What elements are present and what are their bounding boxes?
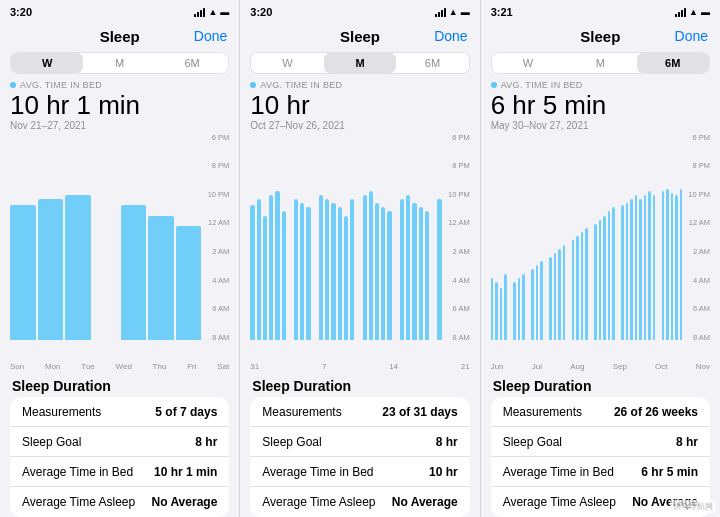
chart-bar (545, 133, 548, 340)
signal-icon (194, 8, 205, 17)
stat-label: Average Time Asleep (503, 495, 616, 509)
chart-y-label: 8 PM (445, 161, 470, 170)
chart-bar (536, 133, 539, 340)
stat-label: Measurements (503, 405, 582, 419)
chart-bar (425, 133, 429, 340)
avg-date-range: Nov 21–27, 2021 (10, 120, 229, 131)
chart-bar (603, 133, 606, 340)
chart-y-labels: 6 PM8 PM10 PM12 AM2 AM4 AM6 AM8 AM (201, 133, 229, 342)
chart-bar (504, 133, 507, 340)
chart-bar (319, 133, 323, 340)
chart-x-label: Wed (116, 362, 132, 374)
chart-bar (331, 133, 335, 340)
chart-x-label: Nov (696, 362, 710, 374)
section-title: Sleep Duration (481, 374, 720, 397)
panels-wrapper: 3:20 ▲ ▬ Sleep Done WM6M AVG. TIME IN BE… (0, 0, 720, 517)
chart-bar (572, 133, 575, 340)
chart-y-label: 6 AM (445, 304, 470, 313)
avg-value: 10 hr 1 min (10, 91, 229, 120)
chart-bars (250, 133, 441, 342)
chart-y-label: 2 AM (685, 247, 710, 256)
tab-w[interactable]: W (492, 53, 564, 73)
stat-row: Sleep Goal 8 hr (250, 427, 469, 457)
stat-value: No Average (152, 495, 218, 509)
watermark: 快马导航网 (670, 500, 716, 513)
chart-y-label: 4 AM (204, 276, 229, 285)
chart-bar (65, 133, 91, 340)
chart-bar (350, 133, 354, 340)
chart-bar (437, 133, 441, 340)
chart-bar (563, 133, 566, 340)
status-time: 3:21 (491, 6, 513, 18)
avg-value: 10 hr (250, 91, 469, 120)
tab-m[interactable]: M (83, 53, 155, 73)
chart-bar (394, 133, 398, 340)
stat-label: Sleep Goal (503, 435, 562, 449)
chart-bar (554, 133, 557, 340)
tab-m[interactable]: M (564, 53, 636, 73)
chart-bar (381, 133, 385, 340)
tab-6m[interactable]: 6M (396, 53, 468, 73)
chart-x-label: Thu (153, 362, 167, 374)
tab-bar: WM6M (10, 52, 229, 74)
chart-y-label: 4 AM (445, 276, 470, 285)
chart-bars (10, 133, 201, 342)
avg-label: AVG. TIME IN BED (10, 80, 229, 90)
tab-m[interactable]: M (324, 53, 396, 73)
tab-6m[interactable]: 6M (637, 53, 709, 73)
chart-bar (387, 133, 391, 340)
tab-6m[interactable]: 6M (156, 53, 228, 73)
stat-value: 8 hr (436, 435, 458, 449)
avg-label-text: AVG. TIME IN BED (260, 80, 342, 90)
wifi-icon: ▲ (449, 7, 458, 17)
chart-bar (275, 133, 279, 340)
chart-bar (644, 133, 647, 340)
chart-x-label: Jun (491, 362, 504, 374)
stat-row: Average Time Asleep No Average (10, 487, 229, 517)
status-icons: ▲ ▬ (675, 7, 710, 17)
chart-y-label: 12 AM (685, 218, 710, 227)
chart-bar (431, 133, 435, 340)
chart-y-label: 2 AM (445, 247, 470, 256)
nav-done-button[interactable]: Done (434, 28, 467, 44)
chart-bar (400, 133, 404, 340)
chart-x-labels: JunJulAugSepOctNov (491, 360, 710, 374)
chart-bar (419, 133, 423, 340)
nav-done-button[interactable]: Done (675, 28, 708, 44)
chart-bar (612, 133, 615, 340)
nav-title: Sleep (580, 28, 620, 45)
status-bar: 3:21 ▲ ▬ (481, 0, 720, 22)
stat-row: Average Time in Bed 6 hr 5 min (491, 457, 710, 487)
chart-bar (666, 133, 669, 340)
chart-bar (671, 133, 674, 340)
section-title: Sleep Duration (0, 374, 239, 397)
tab-bar: WM6M (491, 52, 710, 74)
tab-w[interactable]: W (11, 53, 83, 73)
chart-x-label: 31 (250, 362, 259, 374)
stat-row: Average Time in Bed 10 hr (250, 457, 469, 487)
nav-header: Sleep Done (481, 22, 720, 50)
chart-bar (288, 133, 292, 340)
stat-label: Average Time Asleep (262, 495, 375, 509)
chart-y-label: 6 PM (445, 133, 470, 142)
chart-bar (581, 133, 584, 340)
battery-icon: ▬ (461, 7, 470, 17)
stat-label: Average Time in Bed (503, 465, 614, 479)
chart-bar (527, 133, 530, 340)
section-title: Sleep Duration (240, 374, 479, 397)
tab-w[interactable]: W (251, 53, 323, 73)
stat-label: Average Time Asleep (22, 495, 135, 509)
chart-y-labels: 6 PM8 PM10 PM12 AM2 AM4 AM6 AM8 AM (442, 133, 470, 342)
chart-bar (38, 133, 64, 340)
stat-rows: Measurements 5 of 7 days Sleep Goal 8 hr… (10, 397, 229, 517)
nav-done-button[interactable]: Done (194, 28, 227, 44)
status-icons: ▲ ▬ (435, 7, 470, 17)
stat-label: Average Time in Bed (22, 465, 133, 479)
chart-bar (522, 133, 525, 340)
stat-label: Measurements (22, 405, 101, 419)
avg-label-text: AVG. TIME IN BED (20, 80, 102, 90)
chart-x-label: Sun (10, 362, 24, 374)
chart-x-label: Sat (217, 362, 229, 374)
chart-bar (176, 133, 202, 340)
chart-y-label: 10 PM (445, 190, 470, 199)
